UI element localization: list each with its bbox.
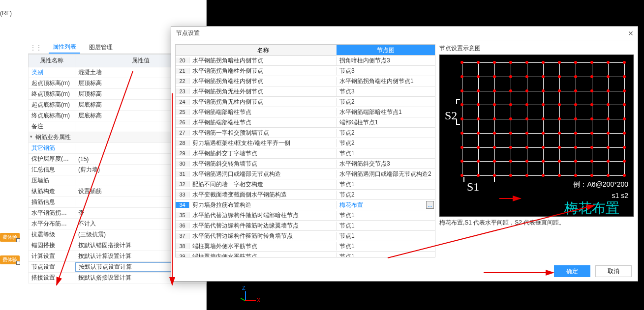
row-index: 22 <box>176 78 189 84</box>
node-table-row[interactable]: 38端柱翼墙外侧水平筋节点节点1 <box>176 241 435 252</box>
node-table-row[interactable]: 36水平筋代替边缘构件箍筋时边缘翼墙节点节点1 <box>176 221 435 231</box>
example-text-2: s1 s2 <box>612 192 628 199</box>
preview-canvas: S2 S1 例：A6@200*200 s1 s2 梅花布置 <box>439 55 634 217</box>
preview-pane: 节点设置示意图 S2 S1 例：A6@200*200 s1 s2 梅花布置 梅花… <box>439 44 634 257</box>
property-name: 水平分布筋… <box>29 220 75 228</box>
row-value[interactable]: 端部端柱节点1 <box>337 118 435 127</box>
row-value[interactable]: 节点2 <box>337 139 435 147</box>
row-name: 水平筋代替边缘构件箍筋时转角墙节点 <box>189 232 337 240</box>
layout-type-label: 梅花布置 <box>564 199 619 217</box>
node-table-header: 名称 节点图 <box>176 45 435 56</box>
property-name: 起点顶标高(m) <box>29 79 75 87</box>
preview-description: 梅花布置,S1 代表水平间距，S2 代表垂直间距。 <box>439 219 634 227</box>
node-table-row[interactable]: 33水平变截面墙变截面侧水平钢筋构造节点2 <box>176 190 435 200</box>
close-icon[interactable]: ✕ <box>628 29 634 37</box>
property-name: 搭接设置 <box>29 274 75 282</box>
row-value[interactable]: 水平钢筋遇洞口或端部无节点构造2 <box>337 170 435 178</box>
property-name: 水平钢筋拐… <box>29 209 75 217</box>
col-node-diagram[interactable]: 节点图 <box>337 45 435 55</box>
axis-x-line <box>245 300 256 301</box>
row-value[interactable]: 拐角暗柱内侧节点3 <box>337 56 435 65</box>
property-name: 纵筋构造 <box>29 187 75 196</box>
row-value[interactable]: 节点1 <box>337 149 435 158</box>
row-name: 水平钢筋拐角暗柱内侧节点 <box>189 56 337 65</box>
ok-button[interactable]: 确定 <box>554 265 590 277</box>
row-value[interactable]: 节点1 <box>337 222 435 230</box>
row-name: 水平钢筋拐角无柱内侧节点 <box>189 98 337 106</box>
preview-title: 节点设置示意图 <box>439 44 634 53</box>
header-name: 属性名称 <box>29 55 75 67</box>
tab-layers[interactable]: 图层管理 <box>85 42 117 53</box>
badge-trial-1[interactable]: 费体验⤢ <box>0 233 20 242</box>
row-value[interactable]: 节点1 <box>337 211 435 220</box>
node-table-row[interactable]: 25水平钢筋端部暗柱节点水平钢筋端部暗柱节点1 <box>176 107 435 117</box>
grip-icon[interactable]: ⋮⋮ <box>28 44 44 51</box>
property-name: 抗震等级 <box>29 230 75 239</box>
axis-z-label: Z <box>242 285 245 291</box>
row-index: 29 <box>176 150 189 156</box>
node-table-row[interactable]: 37水平筋代替边缘构件箍筋时转角墙节点节点1 <box>176 231 435 241</box>
row-index: 21 <box>176 68 189 74</box>
node-table-row[interactable]: 31水平钢筋遇洞口或端部无节点构造水平钢筋遇洞口或端部无节点构造2 <box>176 169 435 179</box>
row-name: 水平钢筋拐角端柱外侧节点 <box>189 67 337 75</box>
node-table-row[interactable]: 29水平钢筋斜交丁字墙节点节点1 <box>176 148 435 159</box>
node-table-row[interactable]: 39端柱翼墙内侧水平筋节点节点1 <box>176 252 435 257</box>
row-index: 25 <box>176 109 189 115</box>
node-table-row[interactable]: 26水平钢筋端部端柱节点端部端柱节点1 <box>176 117 435 128</box>
badge-trial-2[interactable]: 费体验⤢ <box>0 255 20 264</box>
row-value[interactable]: 水平钢筋拐角端柱内侧节点1 <box>337 77 435 85</box>
row-index: 20 <box>176 57 189 63</box>
node-table-row[interactable]: 35水平筋代替边缘构件箍筋时端部暗柱节点节点1 <box>176 210 435 221</box>
x-axis-label: S1 <box>467 180 479 194</box>
node-table-row[interactable]: 27水平钢筋一字相交预制墙节点节点2 <box>176 128 435 138</box>
row-value[interactable]: 节点3 <box>337 87 435 96</box>
property-name: 起点底标高(m) <box>29 101 75 109</box>
row-value[interactable]: 节点1 <box>337 180 435 189</box>
y-axis-label: S2 <box>445 109 457 122</box>
row-value[interactable]: 节点3 <box>337 67 435 75</box>
property-name: 节点设置 <box>29 263 75 271</box>
node-table-row[interactable]: 34剪力墙身拉筋布置构造梅花布置… <box>176 200 435 210</box>
row-name: 水平钢筋斜交丁字墙节点 <box>189 149 337 158</box>
axis-z-line <box>245 291 246 300</box>
row-value[interactable]: 节点2 <box>337 98 435 106</box>
row-index: 34 <box>176 202 189 208</box>
row-index: 27 <box>176 130 189 136</box>
row-name: 水平钢筋端部端柱节点 <box>189 118 337 127</box>
example-text: 例：A6@200*200 <box>573 180 628 189</box>
row-name: 端柱翼墙外侧水平筋节点 <box>189 242 337 251</box>
node-table-row[interactable]: 24水平钢筋拐角无柱内侧节点节点2 <box>176 97 435 107</box>
row-name: 水平筋代替边缘构件箍筋时端部暗柱节点 <box>189 211 337 220</box>
row-index: 31 <box>176 171 189 177</box>
row-value[interactable]: 梅花布置… <box>337 201 435 209</box>
row-name: 配筋不同的墙一字相交构造 <box>189 180 337 189</box>
row-value[interactable]: 节点1 <box>337 253 435 258</box>
node-table-row[interactable]: 32配筋不同的墙一字相交构造节点1 <box>176 179 435 190</box>
tab-properties[interactable]: 属性列表 <box>49 41 80 54</box>
cancel-button[interactable]: 取消 <box>595 265 632 277</box>
row-value[interactable]: 水平钢筋斜交节点3 <box>337 160 435 168</box>
row-name: 水平钢筋斜交转角墙节点 <box>189 160 337 168</box>
dialog-title: 节点设置 <box>171 27 638 40</box>
dialog-footer: 确定 取消 <box>554 265 632 277</box>
row-value[interactable]: 节点1 <box>337 242 435 251</box>
node-table-row[interactable]: 21水平钢筋拐角端柱外侧节点节点3 <box>176 66 435 76</box>
property-name: 计算设置 <box>29 252 75 260</box>
property-name: 类别 <box>29 68 75 77</box>
node-table-row[interactable]: 20水平钢筋拐角暗柱内侧节点拐角暗柱内侧节点3 <box>176 56 435 66</box>
node-table-row[interactable]: 28剪力墙遇框架柱/框支柱/端柱平齐一侧节点2 <box>176 138 435 148</box>
row-value[interactable]: 节点2 <box>337 129 435 137</box>
row-name: 水平变截面墙变截面侧水平钢筋构造 <box>189 191 337 199</box>
row-index: 38 <box>176 243 189 249</box>
node-table-row[interactable]: 23水平钢筋拐角无柱外侧节点节点3 <box>176 86 435 97</box>
row-value[interactable]: 水平钢筋端部暗柱节点1 <box>337 108 435 116</box>
property-name: 备注 <box>29 122 75 131</box>
property-name: 锚固搭接 <box>29 241 75 250</box>
ellipsis-button[interactable]: … <box>426 201 434 209</box>
node-settings-dialog: 节点设置 ✕ 名称 节点图 20水平钢筋拐角暗柱内侧节点拐角暗柱内侧节点321水… <box>171 26 638 282</box>
row-index: 23 <box>176 88 189 94</box>
row-value[interactable]: 节点1 <box>337 232 435 240</box>
node-table-row[interactable]: 30水平钢筋斜交转角墙节点水平钢筋斜交节点3 <box>176 159 435 169</box>
node-table-row[interactable]: 22水平钢筋拐角端柱内侧节点水平钢筋拐角端柱内侧节点1 <box>176 76 435 86</box>
row-value[interactable]: 节点2 <box>337 191 435 199</box>
